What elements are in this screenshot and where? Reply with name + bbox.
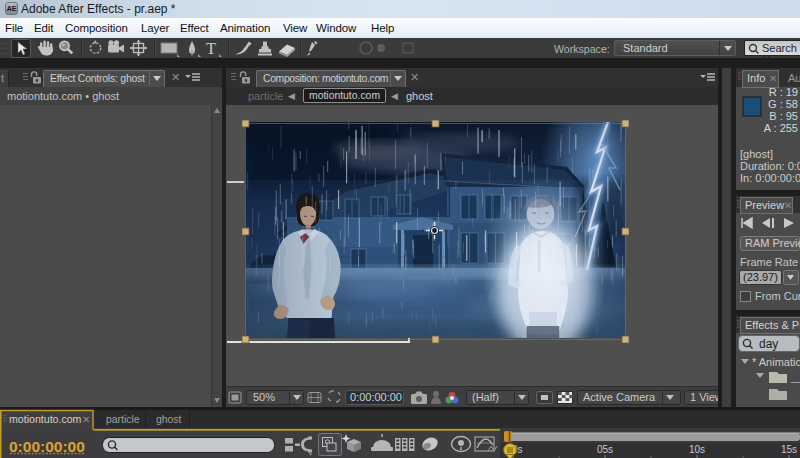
- svg-text:Au: Au: [788, 72, 800, 84]
- svg-text:Info: Info: [747, 72, 765, 84]
- svg-text:R : 19: R : 19: [769, 86, 798, 98]
- svg-text:particle: particle: [106, 414, 140, 425]
- svg-text:0:00:00:00: 0:00:00:00: [9, 438, 85, 455]
- svg-text:✕: ✕: [769, 73, 777, 84]
- svg-text:✕: ✕: [82, 414, 90, 425]
- svg-text:In: 0:00:00:0: In: 0:00:00:0: [740, 172, 800, 184]
- svg-text:(Half): (Half): [472, 391, 499, 403]
- svg-text:__: __: [790, 372, 800, 383]
- svg-text:Frame Rate: Frame Rate: [740, 256, 798, 268]
- svg-text:A : 255: A : 255: [764, 122, 798, 134]
- svg-text:From Curr: From Curr: [755, 290, 800, 302]
- svg-text:✕: ✕: [784, 200, 792, 211]
- svg-text:* Animation: * Animation: [752, 356, 800, 368]
- svg-text:ghost: ghost: [156, 414, 182, 425]
- svg-text:T: T: [206, 39, 216, 58]
- svg-text:Preview: Preview: [745, 199, 784, 211]
- svg-text:15s: 15s: [781, 444, 797, 455]
- svg-text:Active Camera: Active Camera: [583, 391, 656, 403]
- svg-text:G : 58: G : 58: [768, 98, 798, 110]
- svg-text:0:00:00:00: 0:00:00:00: [350, 391, 402, 403]
- svg-text:[ghost]: [ghost]: [740, 148, 773, 160]
- svg-text:Effects & Pre: Effects & Pre: [745, 319, 800, 331]
- svg-text:day: day: [759, 337, 778, 351]
- svg-text:(23.97): (23.97): [743, 271, 778, 283]
- svg-text:motiontuto.com: motiontuto.com: [9, 413, 82, 425]
- svg-text:10s: 10s: [689, 444, 705, 455]
- svg-text:RAM Previe: RAM Previe: [745, 237, 800, 249]
- svg-text:50%: 50%: [253, 391, 275, 403]
- svg-text:Duration: 0:0: Duration: 0:0: [740, 160, 800, 172]
- svg-text:B : 95: B : 95: [769, 110, 798, 122]
- svg-text:05s: 05s: [597, 444, 613, 455]
